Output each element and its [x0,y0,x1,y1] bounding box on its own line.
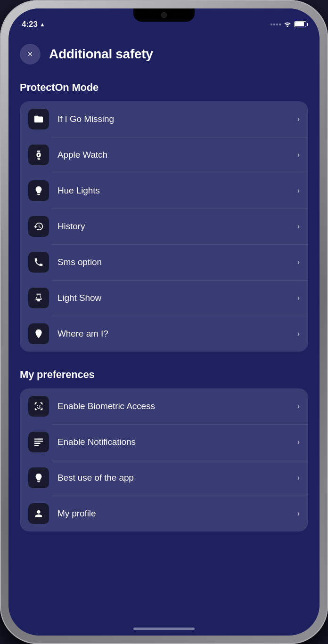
menu-item-sms-option[interactable]: Sms option › [20,244,308,280]
apple-watch-label: Apple Watch [57,150,297,160]
sms-chevron: › [297,258,300,266]
light-show-label: Light Show [57,293,297,303]
page-title: Additional safety [49,47,153,62]
where-am-i-chevron: › [297,330,300,338]
protect-on-section: ProtectOn Mode If I Go Missing › [20,81,308,352]
menu-item-my-profile[interactable]: My profile › [20,496,308,531]
screen-content[interactable]: × Additional safety ProtectOn Mode I [8,34,320,624]
light-show-icon-wrap [28,288,49,308]
best-use-icon-wrap [28,467,49,488]
go-missing-chevron: › [297,115,300,123]
watch-icon [33,150,44,160]
light-show-chevron: › [297,294,300,302]
best-use-label: Best use of the app [57,473,297,483]
notifications-icon-wrap [28,432,49,452]
battery-icon [294,21,306,27]
menu-item-notifications[interactable]: Enable Notifications › [20,424,308,460]
menu-item-best-use[interactable]: Best use of the app › [20,460,308,496]
list-icon [33,437,44,447]
bulb-icon [33,185,44,196]
biometric-label: Enable Biometric Access [57,401,297,411]
biometric-icon-wrap [28,396,49,417]
apple-watch-chevron: › [297,151,300,159]
go-missing-label: If I Go Missing [57,114,297,124]
history-chevron: › [297,222,300,231]
history-label: History [57,221,297,232]
signal-icon [271,24,281,25]
hue-lights-chevron: › [297,186,300,195]
notifications-label: Enable Notifications [57,437,297,447]
sms-icon-wrap [28,252,49,273]
history-icon-wrap [28,216,49,237]
status-icons [271,21,306,28]
home-bar [133,628,195,630]
where-am-i-label: Where am I? [57,329,297,339]
time-text: 4:23 [22,20,38,29]
hue-lights-label: Hue Lights [57,185,297,196]
phone-icon [33,257,44,267]
biometric-chevron: › [297,402,300,411]
notch [133,8,195,22]
person-icon [33,508,44,519]
menu-item-hue-lights[interactable]: Hue Lights › [20,173,308,209]
go-missing-icon-wrap [28,109,49,129]
menu-item-biometric[interactable]: Enable Biometric Access › [20,388,308,424]
clock-icon [33,221,44,232]
svg-point-1 [37,405,38,406]
page-header: × Additional safety [20,44,308,64]
preferences-card: Enable Biometric Access › Enable Notific… [20,388,308,531]
status-bar: 4:23 ▲ [8,8,320,34]
hue-lights-icon-wrap [28,180,49,201]
phone-screen: 4:23 ▲ [8,8,320,636]
home-indicator [8,624,320,636]
best-use-chevron: › [297,474,300,482]
menu-item-history[interactable]: History › [20,209,308,244]
close-icon: × [28,49,33,59]
menu-item-apple-watch[interactable]: Apple Watch › [20,137,308,173]
lightbulb-icon [33,473,44,483]
svg-point-2 [40,405,41,406]
my-profile-icon-wrap [28,503,49,524]
preferences-section: My preferences Enable Biometric [20,369,308,531]
notifications-chevron: › [297,438,300,446]
phone-frame: 4:23 ▲ [0,0,328,644]
menu-item-light-show[interactable]: Light Show › [20,280,308,316]
sms-option-label: Sms option [57,257,297,267]
flashlight-icon [33,293,44,303]
apple-watch-icon-wrap [28,145,49,165]
menu-item-go-missing[interactable]: If I Go Missing › [20,101,308,137]
where-am-i-icon-wrap [28,323,49,344]
time-display: 4:23 ▲ [22,20,45,29]
location-pin-icon [33,329,44,339]
protect-on-title: ProtectOn Mode [20,81,308,94]
camera-dot [161,12,167,18]
svg-point-0 [38,331,40,334]
preferences-title: My preferences [20,369,308,381]
face-id-icon [33,401,44,411]
my-profile-chevron: › [297,509,300,518]
my-profile-label: My profile [57,508,297,519]
protect-on-card: If I Go Missing › Apple Watch › [20,101,308,352]
menu-item-where-am-i[interactable]: Where am I? › [20,316,308,352]
location-icon: ▲ [40,21,45,28]
close-button[interactable]: × [20,44,41,64]
wifi-icon [284,21,291,28]
folder-icon [33,114,44,124]
